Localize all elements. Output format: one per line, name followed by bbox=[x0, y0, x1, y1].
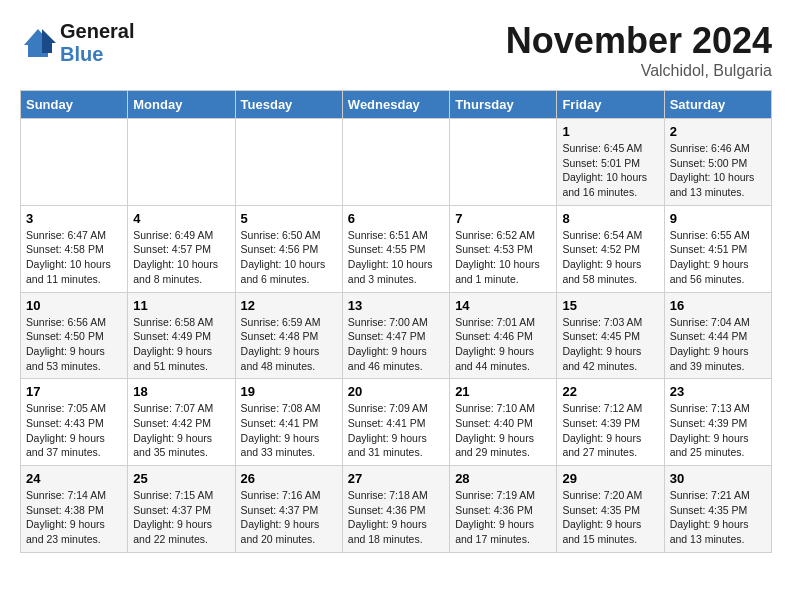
calendar-cell: 27Sunrise: 7:18 AMSunset: 4:36 PMDayligh… bbox=[342, 466, 449, 553]
calendar-cell: 17Sunrise: 7:05 AMSunset: 4:43 PMDayligh… bbox=[21, 379, 128, 466]
calendar-cell: 25Sunrise: 7:15 AMSunset: 4:37 PMDayligh… bbox=[128, 466, 235, 553]
day-number: 12 bbox=[241, 298, 337, 313]
day-number: 14 bbox=[455, 298, 551, 313]
day-number: 8 bbox=[562, 211, 658, 226]
calendar-cell: 8Sunrise: 6:54 AMSunset: 4:52 PMDaylight… bbox=[557, 205, 664, 292]
day-number: 25 bbox=[133, 471, 229, 486]
day-number: 2 bbox=[670, 124, 766, 139]
day-info: Sunrise: 6:54 AMSunset: 4:52 PMDaylight:… bbox=[562, 228, 658, 287]
logo-icon bbox=[20, 25, 56, 61]
calendar-cell: 21Sunrise: 7:10 AMSunset: 4:40 PMDayligh… bbox=[450, 379, 557, 466]
calendar-cell: 9Sunrise: 6:55 AMSunset: 4:51 PMDaylight… bbox=[664, 205, 771, 292]
day-number: 9 bbox=[670, 211, 766, 226]
calendar-cell: 29Sunrise: 7:20 AMSunset: 4:35 PMDayligh… bbox=[557, 466, 664, 553]
calendar-cell: 18Sunrise: 7:07 AMSunset: 4:42 PMDayligh… bbox=[128, 379, 235, 466]
day-header-tuesday: Tuesday bbox=[235, 91, 342, 119]
day-number: 30 bbox=[670, 471, 766, 486]
day-number: 17 bbox=[26, 384, 122, 399]
day-header-wednesday: Wednesday bbox=[342, 91, 449, 119]
day-number: 23 bbox=[670, 384, 766, 399]
day-info: Sunrise: 6:59 AMSunset: 4:48 PMDaylight:… bbox=[241, 315, 337, 374]
day-info: Sunrise: 7:04 AMSunset: 4:44 PMDaylight:… bbox=[670, 315, 766, 374]
day-info: Sunrise: 7:18 AMSunset: 4:36 PMDaylight:… bbox=[348, 488, 444, 547]
day-info: Sunrise: 7:20 AMSunset: 4:35 PMDaylight:… bbox=[562, 488, 658, 547]
calendar-cell bbox=[235, 119, 342, 206]
calendar-cell: 10Sunrise: 6:56 AMSunset: 4:50 PMDayligh… bbox=[21, 292, 128, 379]
day-number: 4 bbox=[133, 211, 229, 226]
day-number: 22 bbox=[562, 384, 658, 399]
day-number: 1 bbox=[562, 124, 658, 139]
day-number: 3 bbox=[26, 211, 122, 226]
day-info: Sunrise: 7:08 AMSunset: 4:41 PMDaylight:… bbox=[241, 401, 337, 460]
day-info: Sunrise: 6:46 AMSunset: 5:00 PMDaylight:… bbox=[670, 141, 766, 200]
day-info: Sunrise: 7:07 AMSunset: 4:42 PMDaylight:… bbox=[133, 401, 229, 460]
day-info: Sunrise: 6:45 AMSunset: 5:01 PMDaylight:… bbox=[562, 141, 658, 200]
calendar-cell bbox=[128, 119, 235, 206]
day-number: 24 bbox=[26, 471, 122, 486]
day-header-friday: Friday bbox=[557, 91, 664, 119]
title-section: November 2024 Valchidol, Bulgaria bbox=[506, 20, 772, 80]
day-header-thursday: Thursday bbox=[450, 91, 557, 119]
day-info: Sunrise: 7:19 AMSunset: 4:36 PMDaylight:… bbox=[455, 488, 551, 547]
logo-text: General Blue bbox=[60, 20, 134, 66]
calendar-cell: 11Sunrise: 6:58 AMSunset: 4:49 PMDayligh… bbox=[128, 292, 235, 379]
calendar-cell: 20Sunrise: 7:09 AMSunset: 4:41 PMDayligh… bbox=[342, 379, 449, 466]
day-info: Sunrise: 7:09 AMSunset: 4:41 PMDaylight:… bbox=[348, 401, 444, 460]
calendar-cell: 28Sunrise: 7:19 AMSunset: 4:36 PMDayligh… bbox=[450, 466, 557, 553]
day-info: Sunrise: 7:15 AMSunset: 4:37 PMDaylight:… bbox=[133, 488, 229, 547]
calendar-cell: 30Sunrise: 7:21 AMSunset: 4:35 PMDayligh… bbox=[664, 466, 771, 553]
calendar-cell: 19Sunrise: 7:08 AMSunset: 4:41 PMDayligh… bbox=[235, 379, 342, 466]
day-number: 27 bbox=[348, 471, 444, 486]
calendar-table: SundayMondayTuesdayWednesdayThursdayFrid… bbox=[20, 90, 772, 553]
calendar-cell bbox=[342, 119, 449, 206]
day-number: 29 bbox=[562, 471, 658, 486]
day-number: 10 bbox=[26, 298, 122, 313]
day-info: Sunrise: 6:47 AMSunset: 4:58 PMDaylight:… bbox=[26, 228, 122, 287]
header-row: SundayMondayTuesdayWednesdayThursdayFrid… bbox=[21, 91, 772, 119]
day-number: 11 bbox=[133, 298, 229, 313]
week-row-2: 3Sunrise: 6:47 AMSunset: 4:58 PMDaylight… bbox=[21, 205, 772, 292]
day-number: 16 bbox=[670, 298, 766, 313]
calendar-cell: 15Sunrise: 7:03 AMSunset: 4:45 PMDayligh… bbox=[557, 292, 664, 379]
calendar-cell: 7Sunrise: 6:52 AMSunset: 4:53 PMDaylight… bbox=[450, 205, 557, 292]
calendar-cell: 16Sunrise: 7:04 AMSunset: 4:44 PMDayligh… bbox=[664, 292, 771, 379]
day-info: Sunrise: 6:51 AMSunset: 4:55 PMDaylight:… bbox=[348, 228, 444, 287]
day-info: Sunrise: 7:05 AMSunset: 4:43 PMDaylight:… bbox=[26, 401, 122, 460]
day-info: Sunrise: 6:50 AMSunset: 4:56 PMDaylight:… bbox=[241, 228, 337, 287]
day-info: Sunrise: 6:49 AMSunset: 4:57 PMDaylight:… bbox=[133, 228, 229, 287]
day-info: Sunrise: 7:01 AMSunset: 4:46 PMDaylight:… bbox=[455, 315, 551, 374]
calendar-cell: 23Sunrise: 7:13 AMSunset: 4:39 PMDayligh… bbox=[664, 379, 771, 466]
day-number: 18 bbox=[133, 384, 229, 399]
day-number: 15 bbox=[562, 298, 658, 313]
day-info: Sunrise: 6:56 AMSunset: 4:50 PMDaylight:… bbox=[26, 315, 122, 374]
week-row-5: 24Sunrise: 7:14 AMSunset: 4:38 PMDayligh… bbox=[21, 466, 772, 553]
day-info: Sunrise: 6:58 AMSunset: 4:49 PMDaylight:… bbox=[133, 315, 229, 374]
calendar-cell: 24Sunrise: 7:14 AMSunset: 4:38 PMDayligh… bbox=[21, 466, 128, 553]
day-number: 6 bbox=[348, 211, 444, 226]
location-subtitle: Valchidol, Bulgaria bbox=[506, 62, 772, 80]
day-info: Sunrise: 6:52 AMSunset: 4:53 PMDaylight:… bbox=[455, 228, 551, 287]
day-info: Sunrise: 7:12 AMSunset: 4:39 PMDaylight:… bbox=[562, 401, 658, 460]
day-header-saturday: Saturday bbox=[664, 91, 771, 119]
week-row-3: 10Sunrise: 6:56 AMSunset: 4:50 PMDayligh… bbox=[21, 292, 772, 379]
calendar-cell: 22Sunrise: 7:12 AMSunset: 4:39 PMDayligh… bbox=[557, 379, 664, 466]
calendar-cell bbox=[450, 119, 557, 206]
day-number: 28 bbox=[455, 471, 551, 486]
week-row-4: 17Sunrise: 7:05 AMSunset: 4:43 PMDayligh… bbox=[21, 379, 772, 466]
calendar-cell: 1Sunrise: 6:45 AMSunset: 5:01 PMDaylight… bbox=[557, 119, 664, 206]
page-header: General Blue November 2024 Valchidol, Bu… bbox=[20, 20, 772, 80]
day-info: Sunrise: 6:55 AMSunset: 4:51 PMDaylight:… bbox=[670, 228, 766, 287]
calendar-cell: 3Sunrise: 6:47 AMSunset: 4:58 PMDaylight… bbox=[21, 205, 128, 292]
calendar-cell bbox=[21, 119, 128, 206]
calendar-cell: 2Sunrise: 6:46 AMSunset: 5:00 PMDaylight… bbox=[664, 119, 771, 206]
day-number: 7 bbox=[455, 211, 551, 226]
logo: General Blue bbox=[20, 20, 134, 66]
calendar-cell: 5Sunrise: 6:50 AMSunset: 4:56 PMDaylight… bbox=[235, 205, 342, 292]
calendar-cell: 6Sunrise: 6:51 AMSunset: 4:55 PMDaylight… bbox=[342, 205, 449, 292]
day-info: Sunrise: 7:10 AMSunset: 4:40 PMDaylight:… bbox=[455, 401, 551, 460]
calendar-cell: 12Sunrise: 6:59 AMSunset: 4:48 PMDayligh… bbox=[235, 292, 342, 379]
day-number: 13 bbox=[348, 298, 444, 313]
day-header-sunday: Sunday bbox=[21, 91, 128, 119]
day-number: 5 bbox=[241, 211, 337, 226]
week-row-1: 1Sunrise: 6:45 AMSunset: 5:01 PMDaylight… bbox=[21, 119, 772, 206]
